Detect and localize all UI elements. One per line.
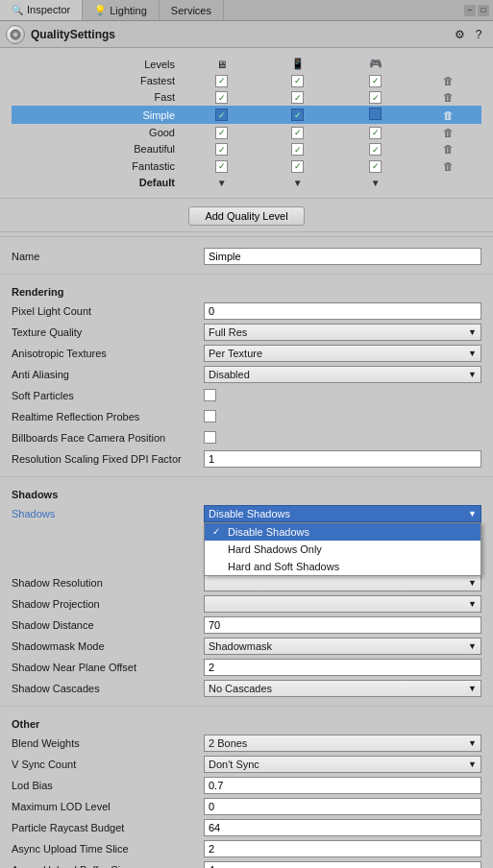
platform-other-icon: 🎮 — [369, 58, 382, 69]
fastest-mobile-cb[interactable] — [291, 75, 304, 87]
level-row-beautiful[interactable]: Beautiful 🗑 — [12, 141, 481, 158]
level-row-fastest[interactable]: Fastest 🗑 — [12, 72, 481, 89]
panel-help-button[interactable]: ? — [470, 26, 487, 43]
fast-other-cb[interactable] — [369, 91, 382, 104]
fantastic-other-cb[interactable] — [369, 160, 382, 173]
realtime-reflection-probes-label: Realtime Reflection Probes — [12, 411, 204, 422]
other-header: Other — [12, 718, 481, 730]
level-row-good[interactable]: Good 🗑 — [12, 124, 481, 141]
name-section: Name — [0, 241, 493, 275]
lighting-tab-icon: 💡 — [94, 5, 106, 15]
level-row-fast[interactable]: Fast 🗑 — [12, 89, 481, 107]
shadow-distance-input[interactable] — [204, 616, 481, 634]
shadows-field-container: Disable Shadows ▼ ✓ Disable Shadows Hard… — [204, 505, 481, 522]
max-lod-level-input[interactable] — [204, 798, 481, 815]
maximize-button[interactable]: □ — [478, 5, 489, 16]
anti-aliasing-arrow: ▼ — [468, 370, 477, 379]
beautiful-mobile-cb[interactable] — [291, 143, 304, 156]
name-input[interactable] — [204, 248, 481, 265]
soft-particles-label: Soft Particles — [12, 390, 204, 401]
shadows-link[interactable]: Shadows — [12, 508, 55, 519]
shadows-select[interactable]: Disable Shadows ▼ — [204, 505, 481, 522]
good-pc-cb[interactable] — [215, 127, 228, 139]
shadows-option-hard-soft[interactable]: Hard and Soft Shadows — [205, 558, 481, 575]
particle-raycast-input[interactable] — [204, 819, 481, 836]
good-mobile-cb[interactable] — [291, 127, 304, 139]
async-upload-buffer-input[interactable] — [204, 861, 481, 869]
name-row: Name — [12, 247, 481, 266]
fastest-delete-btn[interactable]: 🗑 — [443, 75, 454, 86]
level-row-fantastic[interactable]: Fantastic 🗑 — [12, 157, 481, 175]
resolution-scaling-input[interactable] — [204, 450, 481, 468]
tab-services[interactable]: Services — [160, 0, 224, 20]
fast-mobile-cb[interactable] — [291, 91, 304, 104]
vsync-count-arrow: ▼ — [468, 760, 477, 769]
vsync-count-select[interactable]: Don't Sync ▼ — [204, 756, 481, 773]
vsync-count-row: V Sync Count Don't Sync ▼ — [12, 755, 481, 774]
shadow-resolution-select[interactable]: ▼ — [204, 574, 481, 591]
simple-other-cb[interactable] — [369, 108, 382, 120]
tab-inspector[interactable]: 🔍 Inspector — [0, 0, 83, 20]
anisotropic-textures-value: Per Texture — [209, 348, 262, 359]
anti-aliasing-select[interactable]: Disabled ▼ — [204, 366, 481, 383]
fast-pc-cb[interactable] — [215, 91, 228, 104]
default-pc-arrow[interactable]: ▼ — [217, 178, 227, 188]
max-lod-level-row: Maximum LOD Level — [12, 797, 481, 816]
shadowmask-mode-select[interactable]: Shadowmask ▼ — [204, 638, 481, 655]
panel-header-buttons: ⚙ ? — [451, 26, 487, 43]
good-other-cb[interactable] — [369, 127, 382, 139]
fast-delete-btn[interactable]: 🗑 — [443, 91, 454, 103]
default-mobile-arrow[interactable]: ▼ — [293, 178, 303, 188]
shadow-distance-label: Shadow Distance — [12, 619, 204, 631]
default-other-arrow[interactable]: ▼ — [371, 178, 381, 188]
minimize-button[interactable]: − — [464, 5, 476, 16]
shadow-projection-label: Shadow Projection — [12, 598, 204, 610]
content-area: Levels 🖥 📱 🎮 Fastest 🗑 — [0, 48, 493, 868]
pixel-light-count-input[interactable] — [204, 302, 481, 320]
panel-icon — [6, 25, 25, 44]
anisotropic-textures-select[interactable]: Per Texture ▼ — [204, 345, 481, 362]
blend-weights-select[interactable]: 2 Bones ▼ — [204, 735, 481, 752]
beautiful-delete-btn[interactable]: 🗑 — [443, 143, 454, 155]
fantastic-pc-cb[interactable] — [215, 160, 228, 173]
add-quality-level-button[interactable]: Add Quality Level — [188, 206, 304, 226]
inspector-tab-label: Inspector — [27, 4, 70, 15]
shadows-dropdown-menu: ✓ Disable Shadows Hard Shadows Only Hard… — [204, 522, 481, 576]
texture-quality-select[interactable]: Full Res ▼ — [204, 324, 481, 341]
shadows-option-disable[interactable]: ✓ Disable Shadows — [205, 523, 481, 541]
simple-mobile-cb[interactable] — [291, 108, 304, 121]
other-section: Other Blend Weights 2 Bones ▼ V Sync Cou… — [0, 707, 493, 869]
realtime-reflection-probes-row: Realtime Reflection Probes — [12, 407, 481, 426]
billboards-face-camera-checkbox[interactable] — [204, 431, 216, 444]
shadow-cascades-select[interactable]: No Cascades ▼ — [204, 680, 481, 697]
levels-header-row: Levels 🖥 📱 🎮 — [12, 56, 481, 72]
disable-shadows-option-label: Disable Shadows — [228, 526, 309, 538]
fantastic-delete-btn[interactable]: 🗑 — [443, 160, 454, 172]
tab-lighting[interactable]: 💡 Lighting — [83, 0, 160, 20]
vsync-count-label: V Sync Count — [12, 759, 204, 770]
tab-bar: 🔍 Inspector 💡 Lighting Services − □ — [0, 0, 493, 21]
shadows-label: Shadows — [12, 508, 204, 519]
beautiful-other-cb[interactable] — [369, 143, 382, 156]
shadow-resolution-arrow: ▼ — [468, 578, 477, 588]
soft-particles-checkbox[interactable] — [204, 389, 216, 401]
fantastic-mobile-cb[interactable] — [291, 160, 304, 173]
fastest-pc-cb[interactable] — [215, 75, 228, 87]
simple-pc-cb[interactable] — [215, 108, 228, 121]
lod-bias-input[interactable] — [204, 777, 481, 794]
shadows-option-hard[interactable]: Hard Shadows Only — [205, 541, 481, 558]
good-delete-btn[interactable]: 🗑 — [443, 127, 454, 138]
panel-header: QualitySettings ⚙ ? — [0, 21, 493, 48]
fastest-other-cb[interactable] — [369, 75, 382, 87]
panel-settings-button[interactable]: ⚙ — [451, 26, 468, 43]
shadow-near-plane-input[interactable] — [204, 659, 481, 676]
level-row-simple[interactable]: Simple 🗑 — [12, 106, 481, 124]
async-upload-time-input[interactable] — [204, 840, 481, 857]
realtime-reflection-probes-checkbox[interactable] — [204, 410, 216, 422]
beautiful-pc-cb[interactable] — [215, 143, 228, 156]
shadow-projection-select[interactable]: ▼ — [204, 595, 481, 613]
shadow-cascades-arrow: ▼ — [468, 684, 477, 693]
shadowmask-mode-row: Shadowmask Mode Shadowmask ▼ — [12, 637, 481, 656]
simple-delete-btn[interactable]: 🗑 — [443, 109, 454, 121]
billboards-face-camera-label: Billboards Face Camera Position — [12, 432, 204, 444]
